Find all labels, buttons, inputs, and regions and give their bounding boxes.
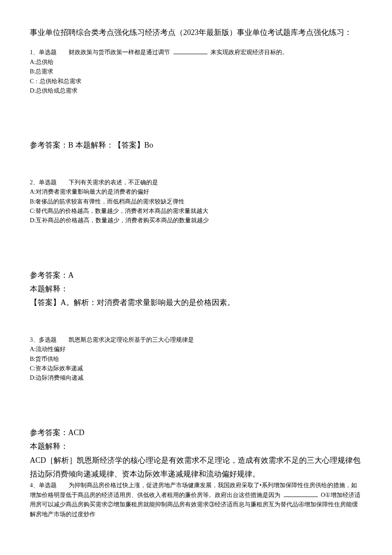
q2-explain: 【答案】A。解析：对消费者需求量影响最大的是价格因素。: [30, 296, 362, 309]
q3-option-b: B:货币供给: [30, 355, 362, 364]
q1-answer: 参考答案：B 本题解释：【答案】Bo: [30, 138, 362, 152]
q1-option-c: C：总供给和总需求: [30, 77, 362, 86]
q1-stem-suffix: 来实现政府宏观经济目标的。: [210, 49, 288, 55]
q4-blank: [284, 491, 318, 497]
q3-explain: ACD［解析］凯恩斯经济学的核心理论是有效需求不足理论，造成有效需求不足的三大心…: [30, 453, 362, 481]
q1-option-a: A:总供给: [30, 58, 362, 67]
q3-option-d: D:边际消费倾向递减: [30, 373, 362, 383]
q1-stem-prefix: 1、单选题 财政政策与货币政策一样都是通过调节: [30, 49, 170, 55]
q2-option-a: A:对消费者需求量影响最大的是消费者的偏好: [30, 187, 362, 197]
q2-option-c: C:替代商品的价格越高，数量越少，消费者对本商品的需求量就越大: [30, 206, 362, 216]
q1-blank: [173, 48, 208, 54]
q1-option-d: D:总供给或总需求: [30, 86, 362, 96]
q3-explain-label: 本题解释：: [30, 439, 362, 453]
q3-option-c: C:资本边际效率递减: [30, 364, 362, 373]
q2-stem: 2、单选题 下列有关需求的表述，不正确的是: [30, 178, 362, 187]
q2-explain-label: 本题解释：: [30, 282, 362, 296]
q3-option-a: A:流动性偏好: [30, 345, 362, 354]
q3-answer-label: 参考答案：ACD: [30, 426, 362, 439]
q2-option-d: D:互补商品的价格越高，数量越少，消费者购买本商品的数量就越少: [30, 216, 362, 225]
q1-option-b: B:总需求: [30, 67, 362, 76]
q2-option-b: B:奢侈品的筋求较富有弹性，而低档商品的需求较缺乏弹性: [30, 197, 362, 206]
page-title: 事业单位招聘综合类考点强化练习经济考点（2023年最新版）事业单位考试题库考点强…: [30, 26, 362, 39]
q4-stem: 4、单选题 为抑制商品房价格过快上涨，促进房地产市场健康发展，我国政府采取了•系…: [30, 481, 362, 519]
q1-stem: 1、单选题 财政政策与货币政策一样都是通过调节 来实现政府宏观经济目标的。: [30, 48, 362, 57]
q3-stem: 3、多选题 凯恩斯总需求决定理论所基于的三大心理规律是: [30, 335, 362, 345]
q2-answer-label: 参考答案：A: [30, 268, 362, 282]
